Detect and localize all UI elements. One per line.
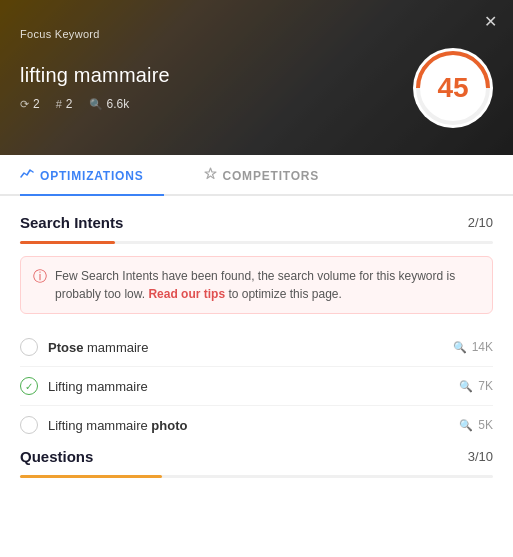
questions-header: Questions 3/10 — [20, 448, 493, 465]
links-icon: ⟳ — [20, 98, 29, 111]
optimizations-icon — [20, 167, 34, 184]
volume-search-icon: 🔍 — [459, 419, 473, 432]
search-intents-score: 2/10 — [468, 215, 493, 230]
search-intents-bar — [20, 241, 493, 244]
rank-icon: # — [56, 98, 62, 110]
intent-name: Lifting mammaire photo — [48, 418, 187, 433]
list-item: ✓ Lifting mammaire 🔍 7K — [20, 367, 493, 406]
volume-value: 6.6k — [107, 97, 130, 111]
meta-volume: 🔍 6.6k — [89, 97, 130, 111]
check-mark-icon: ✓ — [25, 381, 33, 392]
keyword-row: lifting mammaire ⟳ 2 # 2 🔍 6.6k — [20, 48, 493, 128]
questions-score: 3/10 — [468, 449, 493, 464]
check-circle — [20, 338, 38, 356]
search-intents-header: Search Intents 2/10 — [20, 214, 493, 231]
keyword-meta: ⟳ 2 # 2 🔍 6.6k — [20, 97, 170, 111]
volume-label: 7K — [478, 379, 493, 393]
links-value: 2 — [33, 97, 40, 111]
questions-section: Questions 3/10 — [20, 444, 493, 478]
focus-keyword-label: Focus Keyword — [20, 28, 493, 40]
volume-search-icon: 🔍 — [453, 341, 467, 354]
competitors-icon — [204, 167, 217, 184]
meta-links: ⟳ 2 — [20, 97, 40, 111]
tabs-bar: OPTIMIZATIONS COMPETITORS — [0, 155, 513, 196]
tab-competitors[interactable]: COMPETITORS — [204, 155, 340, 196]
questions-title: Questions — [20, 448, 93, 465]
volume-label: 5K — [478, 418, 493, 432]
volume-icon: 🔍 — [89, 98, 103, 111]
list-item: Lifting mammaire photo 🔍 5K — [20, 406, 493, 444]
intent-item-left: Ptose mammaire — [20, 338, 148, 356]
intent-volume: 🔍 7K — [459, 379, 493, 393]
volume-search-icon: 🔍 — [459, 380, 473, 393]
check-circle — [20, 416, 38, 434]
intent-item-left: ✓ Lifting mammaire — [20, 377, 148, 395]
meta-rank: # 2 — [56, 97, 73, 111]
keyword-text: lifting mammaire — [20, 64, 170, 87]
tab-optimizations-label: OPTIMIZATIONS — [40, 169, 144, 183]
alert-icon: ⓘ — [33, 268, 47, 286]
search-intents-alert: ⓘ Few Search Intents have been found, th… — [20, 256, 493, 314]
hero-section: Focus Keyword lifting mammaire ⟳ 2 # 2 🔍… — [0, 0, 513, 155]
intent-name: Ptose mammaire — [48, 340, 148, 355]
keyword-left: lifting mammaire ⟳ 2 # 2 🔍 6.6k — [20, 64, 170, 111]
check-circle-checked: ✓ — [20, 377, 38, 395]
intent-name: Lifting mammaire — [48, 379, 148, 394]
score-number: 45 — [437, 72, 468, 104]
hero-content: Focus Keyword lifting mammaire ⟳ 2 # 2 🔍… — [0, 0, 513, 155]
tab-optimizations[interactable]: OPTIMIZATIONS — [20, 155, 164, 196]
volume-label: 14K — [472, 340, 493, 354]
questions-bar — [20, 475, 493, 478]
intent-volume: 🔍 14K — [453, 340, 493, 354]
list-item: Ptose mammaire 🔍 14K — [20, 328, 493, 367]
rank-value: 2 — [66, 97, 73, 111]
tab-competitors-label: COMPETITORS — [223, 169, 320, 183]
close-button[interactable]: ✕ — [482, 12, 499, 32]
search-intents-title: Search Intents — [20, 214, 123, 231]
alert-link[interactable]: Read our tips — [148, 287, 225, 301]
questions-bar-fill — [20, 475, 162, 478]
main-content: Search Intents 2/10 ⓘ Few Search Intents… — [0, 196, 513, 553]
alert-text: Few Search Intents have been found, the … — [55, 267, 480, 303]
search-intents-bar-fill — [20, 241, 115, 244]
intent-volume: 🔍 5K — [459, 418, 493, 432]
score-circle: 45 — [413, 48, 493, 128]
intent-list: Ptose mammaire 🔍 14K ✓ Lifting mammaire … — [20, 328, 493, 444]
intent-item-left: Lifting mammaire photo — [20, 416, 187, 434]
alert-suffix: to optimize this page. — [225, 287, 342, 301]
